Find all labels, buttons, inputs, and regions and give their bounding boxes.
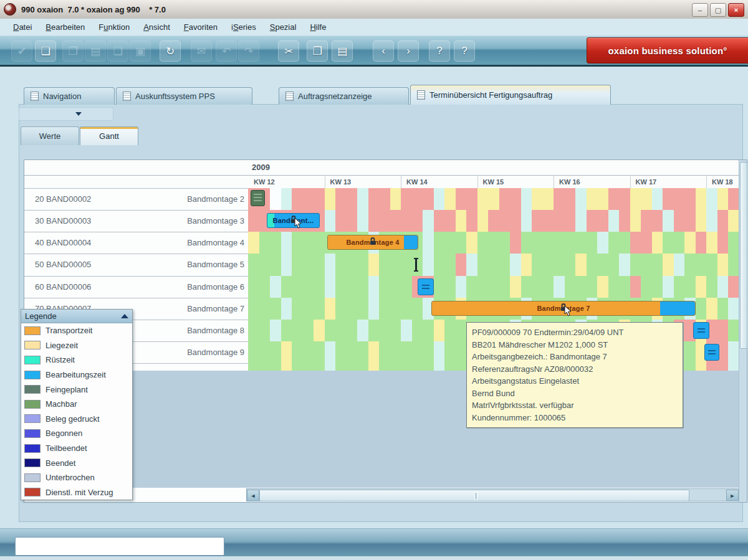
new-document-button[interactable]: ❏	[35, 40, 56, 62]
tab-auskunftssystem-pps[interactable]: Auskunftssystem PPS	[116, 87, 252, 105]
menu-bar: DateiBearbeitenFunktionAnsichtFavoriteni…	[0, 19, 748, 36]
gantt-cell	[357, 210, 368, 232]
gantt-cell	[466, 210, 477, 232]
context-help-button[interactable]: ?	[454, 40, 475, 62]
year-band	[24, 160, 739, 176]
gantt-marker[interactable]	[415, 258, 417, 272]
legend-label: Unterbrochen	[46, 473, 95, 482]
maximize-button[interactable]: ▢	[710, 3, 726, 17]
row-name: Bandmontage 3	[143, 216, 244, 225]
menu-datei[interactable]: Datei	[6, 19, 39, 36]
gantt-cell	[368, 341, 380, 363]
gantt-work-box[interactable]	[704, 344, 719, 361]
gantt-cell	[412, 320, 434, 341]
gantt-cell	[248, 363, 281, 371]
gantt-cell	[728, 320, 739, 341]
cut-button[interactable]: ✂	[278, 40, 299, 62]
gantt-cell	[434, 363, 445, 371]
legend-label: Bearbeitungszeit	[46, 370, 106, 379]
gantt-cell	[684, 232, 696, 254]
row-name: Bandmontage 2	[143, 194, 244, 204]
application-window: 990 oxaion 7.0 * oxaion ag 990 * 7.0 – ▢…	[0, 0, 748, 560]
gantt-cell	[401, 298, 423, 320]
undo-button[interactable]: ↶	[216, 40, 237, 62]
legend-item-unterbrochen: Unterbrochen	[21, 470, 132, 485]
gantt-cell	[368, 254, 380, 275]
collapse-triangle-icon[interactable]	[121, 314, 128, 318]
gantt-work-box[interactable]	[693, 322, 709, 339]
legend-label: Beendet	[46, 458, 75, 468]
gantt-cell	[281, 363, 292, 371]
tab-navigation[interactable]: Navigation	[24, 87, 115, 105]
confirm-button[interactable]: ✔	[11, 40, 32, 62]
save-button[interactable]: ▣	[130, 40, 151, 62]
gantt-cell	[554, 188, 575, 210]
refresh-button[interactable]: ↻	[160, 40, 181, 62]
minimize-button[interactable]: –	[692, 3, 708, 17]
gantt-cell	[325, 276, 336, 298]
gantt-cell	[532, 210, 554, 232]
menu-spezial[interactable]: Spezial	[263, 19, 304, 36]
menu-favoriten[interactable]: Favoriten	[177, 19, 224, 36]
gantt-cell	[379, 276, 401, 298]
vertical-scrollbar[interactable]	[739, 160, 747, 502]
gantt-cell	[706, 276, 717, 298]
gantt-cell	[401, 320, 412, 341]
menu-bearbeiten[interactable]: Bearbeiten	[39, 19, 92, 36]
status-input[interactable]	[15, 537, 224, 556]
gantt-cell	[434, 254, 456, 275]
gantt-feingeplant-box[interactable]	[251, 190, 265, 206]
legend-header[interactable]: Legende	[21, 310, 132, 323]
gantt-cell	[706, 363, 728, 371]
gantt-cell	[728, 254, 739, 275]
subtab-werte[interactable]: Werte	[21, 126, 79, 145]
row-name: Bandmontage 7	[143, 304, 244, 313]
horizontal-scroll-thumb[interactable]	[259, 490, 689, 501]
legend-label: Feingeplant	[46, 385, 88, 394]
forward-button[interactable]: ›	[398, 40, 419, 62]
app-icon	[4, 3, 16, 16]
gantt-cell	[587, 188, 608, 210]
mail-button[interactable]: ✉	[191, 40, 212, 62]
scroll-right-arrow[interactable]: ►	[726, 490, 739, 501]
copy-button[interactable]: ❐	[307, 40, 328, 62]
scroll-left-arrow[interactable]: ◄	[247, 490, 259, 501]
gantt-cell	[619, 254, 630, 275]
close-button[interactable]: ×	[728, 3, 744, 17]
open-document-button[interactable]: ❐	[62, 40, 84, 62]
horizontal-scrollbar[interactable]: ◄ ►	[246, 488, 739, 501]
subtab-gantt[interactable]: Gantt	[80, 126, 138, 145]
gantt-cell	[456, 188, 477, 210]
gantt-cell	[554, 232, 597, 254]
gantt-cell	[696, 298, 707, 320]
gantt-cell	[434, 188, 445, 210]
gantt-cell	[379, 254, 401, 275]
export-document-button[interactable]: ❏	[107, 40, 128, 62]
menu-hilfe[interactable]: Hilfe	[303, 19, 333, 36]
document-icon	[285, 92, 294, 101]
paste-button[interactable]: ▤	[332, 40, 353, 62]
tooltip-line: MatrlVrfgbrktsstat. verfügbar	[472, 399, 678, 412]
redo-button[interactable]: ↷	[238, 40, 259, 62]
back-button[interactable]: ‹	[373, 40, 394, 62]
menu-iseries[interactable]: iSeries	[224, 19, 263, 36]
mouse-cursor-icon	[564, 306, 572, 316]
lock-icon	[368, 237, 377, 246]
tab-terminübersicht-fertigungsauftrag[interactable]: Terminübersicht Fertigungsauftrag	[410, 85, 611, 105]
menu-funktion[interactable]: Funktion	[92, 19, 137, 36]
tab-auftragsnetzanzeige[interactable]: Auftragsnetzanzeige	[279, 87, 409, 105]
legend-item-rüstzeit: Rüstzeit	[21, 353, 132, 368]
gantt-cell	[554, 210, 575, 232]
gantt-cell	[619, 210, 630, 232]
view-dropdown[interactable]	[19, 107, 113, 121]
gantt-cell	[292, 341, 325, 363]
vertical-scroll-thumb[interactable]	[740, 162, 747, 349]
help-button[interactable]: ?	[429, 40, 450, 62]
gantt-cell	[434, 341, 445, 363]
tooltip-line: Arbeitsgangbezeich.: Bandmontage 7	[472, 351, 678, 363]
gantt-work-box[interactable]	[418, 278, 434, 295]
menu-ansicht[interactable]: Ansicht	[137, 19, 177, 36]
title-bar: 990 oxaion 7.0 * oxaion ag 990 * 7.0 – ▢…	[0, 0, 748, 19]
print-button[interactable]: ▤	[85, 40, 106, 62]
gantt-cell	[325, 298, 336, 320]
